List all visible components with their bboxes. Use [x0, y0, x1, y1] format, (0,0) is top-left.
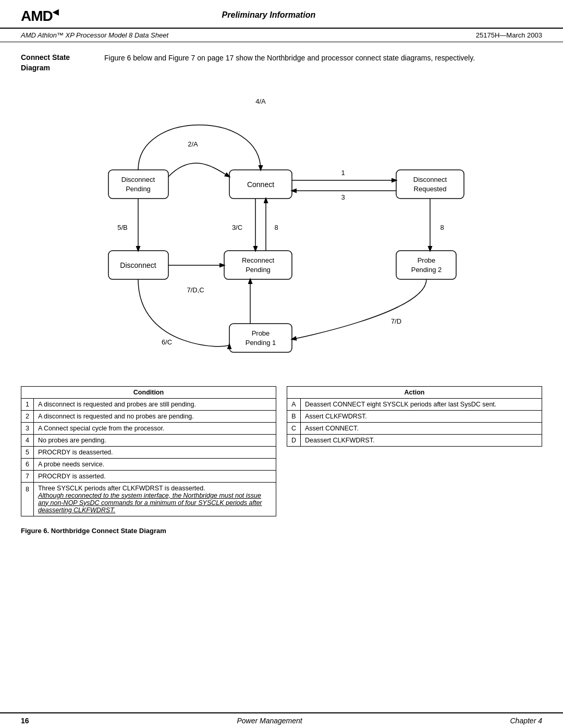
- action-row-b: B Assert CLKFWDRST.: [287, 410, 542, 422]
- condition-text-7: PROCRDY is asserted.: [33, 470, 276, 482]
- action-table: Action A Deassert CONNECT eight SYSCLK p…: [287, 386, 542, 447]
- condition-row-5: 5 PROCRDY is deasserted.: [21, 446, 276, 458]
- amd-logo: AMD◂: [21, 5, 58, 24]
- svg-text:Probe: Probe: [418, 256, 436, 264]
- svg-text:8: 8: [274, 224, 278, 231]
- svg-text:Reconnect: Reconnect: [242, 256, 275, 264]
- action-row-a: A Deassert CONNECT eight SYSCLK periods …: [287, 398, 542, 410]
- page-header: AMD◂ Preliminary Information: [0, 0, 563, 29]
- condition-row-3: 3 A Connect special cycle from the proce…: [21, 422, 276, 434]
- condition-text-3: A Connect special cycle from the process…: [33, 422, 276, 434]
- svg-rect-10: [224, 251, 292, 279]
- condition-text-6: A probe needs service.: [33, 458, 276, 470]
- action-text-d: Deassert CLKFWDRST.: [301, 434, 542, 446]
- section-title: Connect State Diagram: [21, 53, 89, 73]
- condition-table-section: Condition 1 A disconnect is requested an…: [21, 386, 276, 516]
- tables-row: Condition 1 A disconnect is requested an…: [21, 386, 542, 516]
- svg-rect-13: [396, 251, 456, 279]
- sub-header: AMD Athlon™ XP Processor Model 8 Data Sh…: [0, 29, 563, 42]
- condition-row-4: 4 No probes are pending.: [21, 434, 276, 446]
- action-text-b: Assert CLKFWDRST.: [301, 410, 542, 422]
- svg-text:Pending 2: Pending 2: [411, 266, 442, 274]
- action-letter-a: A: [287, 398, 301, 410]
- svg-text:3/C: 3/C: [232, 224, 242, 231]
- svg-text:5/B: 5/B: [117, 224, 128, 231]
- condition-text-2: A disconnect is requested and no probes …: [33, 410, 276, 422]
- svg-text:Pending: Pending: [126, 185, 151, 193]
- action-header: Action: [287, 386, 542, 398]
- action-text-a: Deassert CONNECT eight SYSCLK periods af…: [301, 398, 542, 410]
- svg-text:8: 8: [440, 224, 444, 231]
- action-row-c: C Assert CONNECT.: [287, 422, 542, 434]
- svg-text:Disconnect: Disconnect: [120, 261, 156, 269]
- section-heading-row: Connect State Diagram Figure 6 below and…: [21, 53, 542, 73]
- svg-text:Disconnect: Disconnect: [413, 176, 447, 183]
- svg-text:4/A: 4/A: [255, 97, 266, 105]
- main-content: Connect State Diagram Figure 6 below and…: [0, 42, 563, 555]
- action-table-section: Action A Deassert CONNECT eight SYSCLK p…: [287, 386, 542, 516]
- doc-date: 25175H—March 2003: [476, 31, 542, 39]
- section-description: Figure 6 below and Figure 7 on page 17 s…: [104, 53, 542, 73]
- condition-num-4: 4: [21, 434, 34, 446]
- condition-num-5: 5: [21, 446, 34, 458]
- svg-rect-5: [396, 170, 464, 199]
- condition-text-4: No probes are pending.: [33, 434, 276, 446]
- doc-title: AMD Athlon™ XP Processor Model 8 Data Sh…: [21, 31, 168, 39]
- svg-text:6/C: 6/C: [162, 338, 172, 346]
- svg-text:Connect: Connect: [247, 180, 274, 189]
- action-text-c: Assert CONNECT.: [301, 422, 542, 434]
- condition-num-8: 8: [21, 482, 34, 516]
- condition-num-7: 7: [21, 470, 34, 482]
- action-row-d: D Deassert CLKFWDRST.: [287, 434, 542, 446]
- footer-page-number: 16: [21, 717, 29, 725]
- condition-table: Condition 1 A disconnect is requested an…: [21, 386, 276, 516]
- svg-text:3: 3: [341, 193, 345, 201]
- svg-text:1: 1: [341, 169, 345, 177]
- svg-text:Probe: Probe: [252, 329, 270, 337]
- state-diagram-svg: Connect Disconnect Pending Disconnect Re…: [21, 84, 542, 376]
- condition-num-2: 2: [21, 410, 34, 422]
- action-letter-c: C: [287, 422, 301, 434]
- section-title-block: Connect State Diagram: [21, 53, 89, 73]
- condition-header: Condition: [21, 386, 276, 398]
- svg-text:Pending: Pending: [246, 266, 271, 274]
- svg-text:7/D: 7/D: [391, 317, 401, 325]
- action-letter-b: B: [287, 410, 301, 422]
- footer-center-text: Power Management: [237, 717, 302, 725]
- header-title: Preliminary Information: [58, 10, 480, 20]
- condition-row-8: 8 Three SYSCLK periods after CLKFWDRST i…: [21, 482, 276, 516]
- action-letter-d: D: [287, 434, 301, 446]
- svg-text:Requested: Requested: [414, 185, 447, 193]
- condition-text-5: PROCRDY is deasserted.: [33, 446, 276, 458]
- condition-text-1: A disconnect is requested and probes are…: [33, 398, 276, 410]
- condition-num-1: 1: [21, 398, 34, 410]
- svg-text:Pending 1: Pending 1: [246, 339, 276, 347]
- svg-text:Disconnect: Disconnect: [121, 176, 155, 183]
- svg-rect-2: [108, 170, 168, 199]
- condition-num-6: 6: [21, 458, 34, 470]
- condition-row-6: 6 A probe needs service.: [21, 458, 276, 470]
- footer-chapter: Chapter 4: [510, 717, 542, 725]
- condition-row-7: 7 PROCRDY is asserted.: [21, 470, 276, 482]
- condition-row-1: 1 A disconnect is requested and probes a…: [21, 398, 276, 410]
- svg-text:7/D,C: 7/D,C: [187, 286, 204, 294]
- page-footer: 16 Power Management Chapter 4: [0, 712, 563, 728]
- figure-caption: Figure 6. Northbridge Connect State Diag…: [21, 527, 542, 535]
- condition-num-3: 3: [21, 422, 34, 434]
- figure-caption-text: Figure 6. Northbridge Connect State Diag…: [21, 527, 166, 535]
- diagram-container: Connect Disconnect Pending Disconnect Re…: [21, 84, 542, 376]
- svg-rect-16: [229, 324, 292, 352]
- svg-text:2/A: 2/A: [188, 140, 198, 148]
- condition-row-2: 2 A disconnect is requested and no probe…: [21, 410, 276, 422]
- condition-text-8: Three SYSCLK periods after CLKFWDRST is …: [33, 482, 276, 516]
